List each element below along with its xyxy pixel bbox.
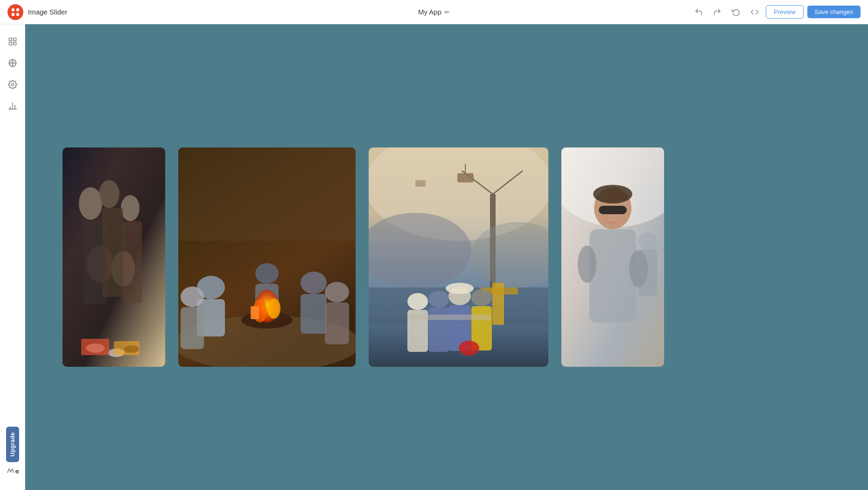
sidebar-item-analytics[interactable]	[3, 96, 22, 116]
svg-point-42	[255, 263, 279, 284]
svg-point-18	[79, 187, 102, 220]
sidebar-item-dashboard[interactable]	[3, 32, 22, 51]
svg-rect-54	[457, 173, 474, 182]
svg-point-72	[459, 341, 479, 356]
svg-rect-7	[13, 42, 16, 45]
svg-point-11	[11, 84, 14, 86]
svg-point-76	[593, 185, 632, 203]
svg-rect-1	[16, 8, 19, 11]
app-logo	[7, 4, 23, 20]
svg-rect-0	[12, 8, 14, 11]
svg-point-19	[99, 180, 119, 208]
svg-rect-29	[81, 339, 109, 355]
svg-rect-41	[325, 302, 349, 344]
header-right: Preview Save changes	[691, 5, 861, 20]
svg-rect-39	[301, 294, 327, 334]
undo-button[interactable]	[691, 5, 706, 20]
save-history-button[interactable]	[728, 5, 743, 20]
sidebar: Upgrade	[0, 24, 25, 490]
sidebar-bottom: Upgrade	[4, 427, 21, 483]
code-editor-button[interactable]	[747, 5, 762, 20]
svg-point-40	[325, 282, 349, 302]
preview-button[interactable]: Preview	[766, 5, 803, 19]
svg-point-64	[428, 291, 449, 308]
canvas-area[interactable]	[25, 24, 868, 490]
svg-point-81	[638, 232, 657, 249]
svg-rect-71	[407, 315, 491, 320]
svg-rect-4	[9, 38, 12, 41]
sidebar-item-add[interactable]	[3, 53, 22, 73]
header-left: Image Slider	[7, 4, 67, 20]
svg-rect-3	[16, 13, 19, 16]
svg-rect-25	[122, 221, 142, 303]
app-title: Image Slider	[28, 8, 67, 16]
sidebar-item-settings[interactable]	[3, 75, 22, 94]
slider-image-4[interactable]	[561, 147, 664, 367]
svg-rect-6	[9, 42, 12, 45]
slider-image-3[interactable]	[369, 147, 548, 367]
svg-point-69	[471, 289, 492, 306]
header: Image Slider My App ✏	[0, 0, 868, 24]
svg-rect-33	[178, 147, 356, 241]
svg-point-79	[578, 245, 596, 283]
redo-button[interactable]	[710, 5, 725, 20]
svg-point-20	[121, 195, 140, 221]
svg-rect-2	[12, 13, 14, 16]
svg-rect-77	[599, 206, 627, 214]
svg-rect-37	[181, 307, 204, 349]
header-center: My App ✏	[418, 8, 450, 16]
save-changes-button[interactable]: Save changes	[807, 6, 861, 18]
svg-point-36	[181, 287, 204, 307]
slider-image-2[interactable]	[178, 147, 356, 367]
svg-point-38	[301, 272, 327, 294]
svg-rect-5	[13, 38, 16, 41]
svg-rect-56	[415, 180, 426, 187]
svg-rect-30	[114, 341, 140, 355]
svg-point-47	[267, 298, 280, 319]
svg-rect-65	[428, 308, 449, 352]
svg-rect-78	[589, 229, 636, 322]
upgrade-button[interactable]: Upgrade	[6, 427, 19, 462]
app-name-label: My App	[418, 8, 441, 16]
edit-app-name-icon[interactable]: ✏	[444, 8, 450, 16]
svg-point-62	[407, 293, 428, 310]
svg-rect-82	[638, 249, 657, 296]
svg-point-67	[446, 283, 474, 294]
main-layout: Upgrade	[0, 24, 868, 490]
svg-rect-48	[251, 306, 259, 319]
slider-image-1[interactable]	[63, 147, 165, 367]
svg-rect-24	[102, 208, 123, 297]
wix-logo	[4, 466, 21, 475]
